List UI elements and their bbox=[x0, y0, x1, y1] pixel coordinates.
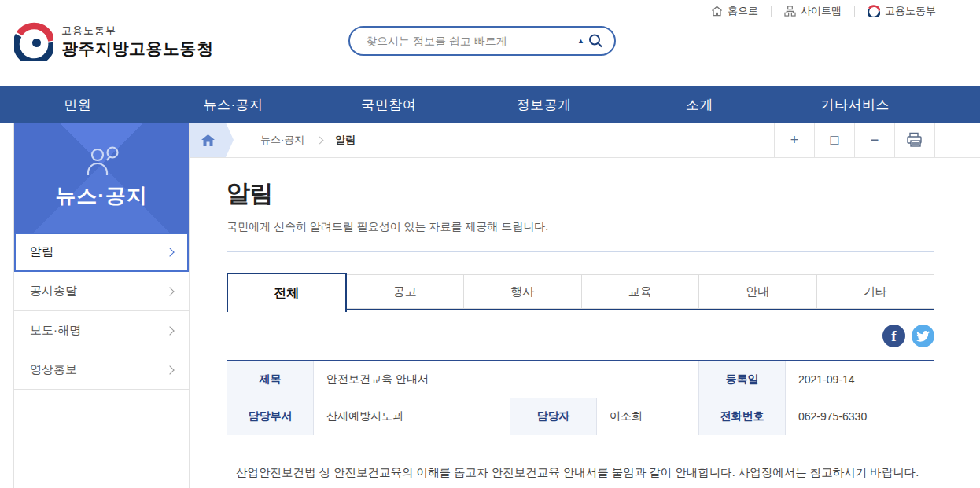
home-outline-icon bbox=[711, 6, 723, 17]
sidebar-item-label: 영상홍보 bbox=[30, 362, 77, 377]
category-tabs: 전체 공고 행사 교육 안내 기타 bbox=[227, 274, 934, 310]
main-area: 뉴스·공지 알림 공시송달 보도·해명 영상홍보 뉴스·공 bbox=[0, 123, 980, 488]
facebook-icon: f bbox=[891, 328, 896, 345]
breadcrumb-level1[interactable]: 뉴스·공지 bbox=[260, 133, 304, 147]
sidebar-item-label: 알림 bbox=[30, 244, 53, 259]
breadcrumb-bar: 뉴스·공지 알림 + □ − bbox=[190, 123, 980, 158]
chevron-right-icon bbox=[165, 326, 174, 335]
page-description: 국민에게 신속히 알려드릴 필요성이 있는 자료를 제공해 드립니다. bbox=[227, 220, 934, 234]
moel-link[interactable]: 고용노동부 bbox=[868, 4, 936, 18]
value-reg-date: 2021-09-14 bbox=[786, 361, 934, 398]
nav-item-about[interactable]: 소개 bbox=[622, 96, 778, 114]
label-phone: 전화번호 bbox=[699, 398, 786, 435]
sitemap-icon bbox=[784, 6, 796, 17]
twitter-icon bbox=[916, 331, 930, 342]
print-button[interactable] bbox=[894, 123, 934, 157]
logo-office-text: 광주지방고용노동청 bbox=[61, 39, 214, 59]
taegeuk-logo-icon bbox=[14, 22, 53, 61]
search-input[interactable] bbox=[364, 34, 577, 48]
search-icon[interactable] bbox=[588, 33, 603, 49]
content: 알림 국민에게 신속히 알려드릴 필요성이 있는 자료를 제공해 드립니다. 전… bbox=[227, 157, 934, 488]
logo-ministry-text: 고용노동부 bbox=[61, 24, 214, 37]
divider bbox=[227, 251, 934, 252]
site-logo[interactable]: 고용노동부 광주지방고용노동청 bbox=[14, 22, 214, 61]
tab-education[interactable]: 교육 bbox=[581, 274, 700, 309]
divider bbox=[854, 6, 855, 17]
nav-item-participate[interactable]: 국민참여 bbox=[311, 96, 466, 114]
social-share: f bbox=[227, 325, 934, 347]
font-reset-button[interactable]: □ bbox=[814, 123, 854, 157]
label-title: 제목 bbox=[227, 361, 314, 398]
tab-announcement[interactable]: 공고 bbox=[346, 274, 465, 309]
value-phone: 062-975-6330 bbox=[786, 398, 934, 435]
nav-item-etc[interactable]: 기타서비스 bbox=[777, 96, 933, 114]
breadcrumb-level2[interactable]: 알림 bbox=[335, 133, 356, 147]
utility-links: 홈으로 사이트맵 고용노동부 bbox=[711, 4, 936, 18]
value-title: 안전보건교육 안내서 bbox=[314, 361, 699, 398]
tab-all[interactable]: 전체 bbox=[227, 273, 347, 312]
home-link-label: 홈으로 bbox=[728, 4, 758, 18]
sidebar-item-notice[interactable]: 알림 bbox=[14, 233, 189, 272]
sidebar: 뉴스·공지 알림 공시송달 보도·해명 영상홍보 bbox=[13, 123, 190, 488]
label-reg-date: 등록일 bbox=[699, 361, 786, 398]
chevron-right-icon bbox=[165, 287, 174, 295]
breadcrumb-home[interactable] bbox=[190, 123, 226, 157]
facebook-share-button[interactable]: f bbox=[882, 325, 905, 347]
sitemap-link-label: 사이트맵 bbox=[801, 4, 842, 18]
sidebar-item-label: 공시송달 bbox=[30, 284, 77, 299]
home-link[interactable]: 홈으로 bbox=[711, 4, 758, 18]
twitter-share-button[interactable] bbox=[912, 325, 934, 347]
search-bar: ▲ bbox=[348, 26, 616, 56]
sidebar-header: 뉴스·공지 bbox=[14, 123, 189, 233]
nav-item-minwon[interactable]: 민원 bbox=[0, 96, 156, 114]
divider bbox=[771, 6, 772, 17]
sidebar-title: 뉴스·공지 bbox=[55, 182, 148, 210]
sitemap-link[interactable]: 사이트맵 bbox=[784, 4, 842, 18]
person-speech-icon bbox=[83, 146, 120, 176]
toolbar-end-divider bbox=[934, 123, 980, 157]
sidebar-item-public-service[interactable]: 공시송달 bbox=[14, 272, 189, 311]
table-row: 제목 안전보건교육 안내서 등록일 2021-09-14 bbox=[227, 361, 934, 398]
nav-item-news[interactable]: 뉴스·공지 bbox=[156, 96, 311, 114]
chevron-right-icon bbox=[165, 365, 174, 374]
printer-icon bbox=[906, 132, 923, 148]
tab-etc[interactable]: 기타 bbox=[816, 274, 935, 309]
sidebar-item-video[interactable]: 영상홍보 bbox=[14, 350, 189, 390]
chevron-right-icon bbox=[316, 136, 324, 144]
nav-item-disclosure[interactable]: 정보공개 bbox=[466, 96, 622, 114]
table-row: 담당부서 산재예방지도과 담당자 이소희 전화번호 062-975-6330 bbox=[227, 398, 934, 435]
value-manager: 이소희 bbox=[597, 398, 699, 435]
font-zoom-out-button[interactable]: − bbox=[854, 123, 894, 157]
post-detail-table: 제목 안전보건교육 안내서 등록일 2021-09-14 담당부서 산재예방지도… bbox=[227, 360, 934, 435]
label-manager: 담당자 bbox=[510, 398, 597, 435]
global-nav: 민원 뉴스·공지 국민참여 정보공개 소개 기타서비스 bbox=[0, 86, 980, 123]
tab-event[interactable]: 행사 bbox=[463, 274, 582, 309]
sidebar-item-press[interactable]: 보도·해명 bbox=[14, 311, 189, 350]
sidebar-item-label: 보도·해명 bbox=[30, 323, 81, 338]
tab-guide[interactable]: 안내 bbox=[698, 274, 817, 309]
header: 홈으로 사이트맵 고용노동부 bbox=[0, 0, 980, 86]
font-zoom-in-button[interactable]: + bbox=[774, 123, 814, 157]
page-title: 알림 bbox=[227, 178, 934, 210]
search-collapse-icon[interactable]: ▲ bbox=[577, 37, 584, 45]
breadcrumb: 뉴스·공지 알림 bbox=[260, 123, 356, 157]
taegeuk-mini-icon bbox=[868, 5, 880, 17]
post-body-text: 산업안전보건법 상 안전보건교육의 이해를 돕고자 안전보건교육 안내서를 붙임… bbox=[227, 464, 934, 482]
label-department: 담당부서 bbox=[227, 398, 314, 435]
moel-link-label: 고용노동부 bbox=[885, 4, 936, 18]
home-icon bbox=[201, 134, 215, 146]
chevron-right-icon bbox=[165, 248, 174, 256]
value-department: 산재예방지도과 bbox=[314, 398, 510, 435]
